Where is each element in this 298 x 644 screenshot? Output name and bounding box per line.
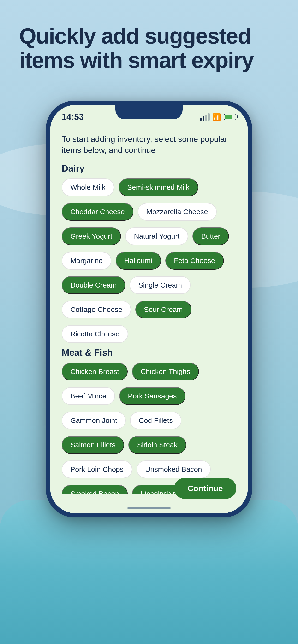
chip-chicken-thighs[interactable]: Chicken Thighs [132,363,199,380]
chip-cottage-cheese[interactable]: Cottage Cheese [62,301,131,318]
phone-inner: 14:53 📶 To start adding inventory, selec… [50,105,248,513]
chip-beef-mince[interactable]: Beef Mince [62,387,115,405]
dairy-section: Dairy Whole Milk Semi-skimmed Milk Chedd… [62,164,236,345]
signal-bar-2 [203,116,204,120]
instruction-text: To start adding inventory, select some p… [62,134,236,156]
chip-mozzarella-cheese[interactable]: Mozzarella Cheese [138,203,217,221]
chip-single-cream[interactable]: Single Cream [129,276,191,294]
chip-unsmoked-bacon[interactable]: Unsmoked Bacon [136,460,211,478]
chip-smoked-bacon[interactable]: Smoked Bacon [62,485,128,494]
status-icons: 📶 [200,113,236,121]
phone-frame: 14:53 📶 To start adding inventory, selec… [46,100,252,518]
chip-sour-cream[interactable]: Sour Cream [135,301,192,318]
chip-greek-yogurt[interactable]: Greek Yogurt [62,227,121,245]
chip-semi-skimmed-milk[interactable]: Semi-skimmed Milk [118,178,198,196]
chip-cod-fillets[interactable]: Cod Fillets [130,412,181,429]
bg-wave [0,500,298,644]
chip-pork-sausages[interactable]: Pork Sausages [119,387,185,405]
meat-fish-section-title: Meat & Fish [62,348,236,358]
signal-icon [200,113,210,120]
chip-double-cream[interactable]: Double Cream [62,276,125,294]
continue-button-wrap: Continue [174,478,236,499]
signal-bar-3 [205,115,207,120]
meat-fish-chips: Chicken Breast Chicken Thighs Beef Mince… [62,363,236,494]
meat-fish-section: Meat & Fish Chicken Breast Chicken Thigh… [62,348,236,494]
battery-fill [225,115,232,119]
home-indicator [127,507,171,509]
chip-cheddar-cheese[interactable]: Cheddar Cheese [62,203,133,221]
phone-content: To start adding inventory, select some p… [50,126,248,494]
chip-whole-milk[interactable]: Whole Milk [62,178,114,196]
chip-feta-cheese[interactable]: Feta Cheese [165,252,224,270]
chip-gammon-joint[interactable]: Gammon Joint [62,412,126,429]
chip-halloumi[interactable]: Halloumi [116,252,161,270]
battery-icon [224,114,236,120]
phone-notch [115,105,183,119]
chip-chicken-breast[interactable]: Chicken Breast [62,363,128,380]
chip-sirloin-steak[interactable]: Sirloin Steak [128,436,186,454]
status-time: 14:53 [62,112,84,122]
chip-butter[interactable]: Butter [192,227,229,245]
continue-button[interactable]: Continue [174,478,236,499]
chip-pork-loin-chops[interactable]: Pork Loin Chops [62,460,132,478]
chip-natural-yogurt[interactable]: Natural Yogurt [125,227,188,245]
chip-margarine[interactable]: Margarine [62,252,111,270]
chip-salmon-fillets[interactable]: Salmon Fillets [62,436,124,454]
chip-ricotta-cheese[interactable]: Ricotta Cheese [62,325,128,343]
dairy-section-title: Dairy [62,164,236,174]
wifi-icon: 📶 [213,113,221,121]
signal-bar-1 [200,118,202,120]
dairy-chips: Whole Milk Semi-skimmed Milk Cheddar Che… [62,178,236,345]
signal-bar-4 [208,113,210,120]
page-headline: Quickly add suggested items with smart e… [19,24,279,72]
